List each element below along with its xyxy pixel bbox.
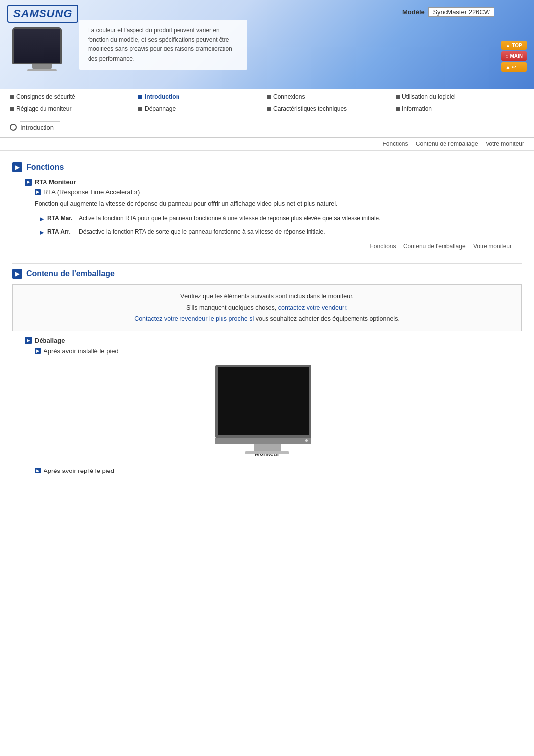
deballage-label: Déballage [35, 337, 65, 344]
nav-item-reglage[interactable]: Réglage du moniteur [10, 104, 138, 114]
info-line3-post: vous souhaitez acheter des équipements o… [254, 315, 400, 322]
fonctions-section-icon: ▶ [12, 162, 22, 172]
rta-moniteur-icon: ▶ [25, 179, 32, 186]
nav-bullet-depannage [138, 107, 142, 111]
link-fonctions-mid[interactable]: Fonctions [370, 243, 396, 250]
monitor-screen-shape [12, 27, 62, 64]
apres-replie-label: Après avoir replié le pied [44, 467, 114, 474]
back-arrow-icon: ▲ [505, 64, 510, 70]
nav-label-introduction: Introduction [145, 94, 179, 100]
link-fonctions[interactable]: Fonctions [383, 141, 408, 147]
page-header: SAMSUNG Modèle SyncMaster 226CW La coule… [0, 0, 534, 89]
nav-bullet-logiciel [396, 95, 400, 99]
nav-bullet-caracteristiques [267, 107, 271, 111]
monitor-stand-shape [32, 64, 52, 69]
nav-item-logiciel[interactable]: Utilisation du logiciel [396, 92, 524, 102]
rta-desc-text: Fonction qui augmente la vitesse de répo… [35, 200, 337, 207]
bullet-arrow-icon-2: ▶ [40, 228, 44, 236]
nav-bullet-introduction [138, 95, 142, 99]
page-links-top: Fonctions Contenu de l'emballage Votre m… [0, 138, 534, 151]
nav-label-information: Information [402, 105, 432, 112]
info-line3: Contactez votre revendeur le plus proche… [23, 313, 511, 325]
deballage-item: ▶ Déballage [25, 337, 522, 344]
monitor-screen [215, 365, 312, 438]
apres-pied-item: ▶ Après avoir installé le pied [35, 347, 522, 355]
navigation-bar: Consignes de sécurité Introduction Conne… [0, 89, 534, 117]
header-buttons: ▲ TOP ⌂ MAIN ▲ ↩ [501, 41, 527, 72]
fonctions-section: ▶ Fonctions ▶ RTA Moniteur ▶ RTA (Respon… [12, 162, 522, 236]
samsung-logo: SAMSUNG [7, 5, 78, 23]
nav-item-information[interactable]: Information [396, 104, 524, 114]
rta-accelerator-label: RTA (Response Time Accelerator) [44, 189, 140, 196]
rta-arr-bullet: ▶ RTA Arr. Désactive la fonction RTA de … [40, 227, 522, 236]
contenu-heading: Contenu de l'emballage [26, 269, 115, 278]
hero-text-box: La couleur et l'aspect du produit peuven… [79, 20, 247, 70]
deballage-icon: ▶ [25, 337, 32, 344]
info-box: Vérifiez que les éléments suivants sont … [12, 284, 522, 331]
monitor-power-dot [305, 439, 308, 442]
link-contenu-mid[interactable]: Contenu de l'emballage [403, 243, 466, 250]
rta-description: Fonction qui augmente la vitesse de répo… [35, 199, 522, 209]
nav-label-consignes: Consignes de sécurité [16, 94, 75, 100]
apres-pied-icon: ▶ [35, 348, 41, 354]
page-links-middle: Fonctions Contenu de l'emballage Votre m… [12, 240, 522, 253]
back-button[interactable]: ▲ ↩ [501, 62, 527, 72]
nav-item-connexions[interactable]: Connexions [267, 92, 396, 102]
rta-mar-bullet: ▶ RTA Mar. Active la fonction RTA pour q… [40, 214, 522, 223]
rta-mar-label: RTA Mar. [47, 214, 75, 223]
link-votre-moniteur-mid[interactable]: Votre moniteur [473, 243, 512, 250]
rta-arr-label: RTA Arr. [47, 227, 75, 236]
apres-replie-icon: ▶ [35, 468, 41, 473]
model-info: Modèle SyncMaster 226CW [402, 7, 494, 17]
link-contenu[interactable]: Contenu de l'emballage [416, 141, 478, 147]
nav-item-introduction[interactable]: Introduction [138, 92, 267, 102]
rta-mar-desc: Active la fonction RTA pour que le panne… [79, 214, 381, 223]
main-button-label: MAIN [510, 53, 523, 59]
rta-accelerator-icon: ▶ [35, 189, 41, 195]
monitor-image-container: Moniteur [12, 365, 522, 457]
header-monitor-illustration [12, 27, 72, 74]
main-content: ▶ Fonctions ▶ RTA Moniteur ▶ RTA (Respon… [0, 151, 534, 490]
model-label: Modèle [402, 8, 425, 16]
nav-item-depannage[interactable]: Dépannage [138, 104, 267, 114]
contenu-title-row: ▶ Contenu de l'emballage [12, 269, 522, 279]
link-votre-moniteur[interactable]: Votre moniteur [486, 141, 524, 147]
breadcrumb-tab[interactable]: Introduction [20, 121, 60, 133]
rta-bullets: ▶ RTA Mar. Active la fonction RTA pour q… [40, 214, 522, 236]
back-button-label: ↩ [512, 64, 516, 70]
section-divider-1 [12, 263, 522, 264]
model-value: SyncMaster 226CW [428, 7, 494, 17]
info-line1: Vérifiez que les éléments suivants sont … [23, 291, 511, 302]
nav-bullet-information [396, 107, 400, 111]
nav-label-caracteristiques: Caractéristiques techniques [273, 105, 347, 112]
monitor-neck [254, 444, 281, 451]
nav-bullet-reglage [10, 107, 14, 111]
nav-item-consignes[interactable]: Consignes de sécurité [10, 92, 138, 102]
fonctions-heading: Fonctions [26, 163, 64, 172]
monitor-illustration [215, 365, 319, 446]
fonctions-title-row: ▶ Fonctions [12, 162, 522, 172]
top-button[interactable]: ▲ TOP [501, 41, 527, 50]
monitor-foot [245, 451, 289, 454]
tab-circle-icon [10, 124, 17, 131]
nav-bullet-connexions [267, 95, 271, 99]
contenu-section-icon: ▶ [12, 269, 22, 279]
top-arrow-icon: ▲ [505, 43, 510, 48]
nav-label-depannage: Dépannage [145, 105, 176, 112]
info-line2: S'ils manquent quelques choses, contacte… [23, 302, 511, 314]
contenu-section: ▶ Contenu de l'emballage Vérifiez que le… [12, 269, 522, 474]
bullet-arrow-icon-1: ▶ [40, 215, 44, 223]
main-button[interactable]: ⌂ MAIN [501, 51, 527, 61]
link-vendeur[interactable]: contactez votre vendeurr. [278, 304, 348, 311]
nav-item-caracteristiques[interactable]: Caractéristiques techniques [267, 104, 396, 114]
nav-label-connexions: Connexions [273, 94, 305, 100]
link-revendeur[interactable]: Contactez votre revendeur le plus proche… [134, 315, 254, 322]
info-line2-pre: S'ils manquent quelques choses, [186, 304, 278, 311]
nav-label-logiciel: Utilisation du logiciel [402, 94, 456, 100]
tab-area: Introduction [0, 117, 534, 138]
nav-bullet-consignes [10, 95, 14, 99]
rta-moniteur-item: ▶ RTA Moniteur [25, 178, 522, 186]
top-button-label: TOP [512, 43, 522, 48]
monitor-base-shape [27, 69, 57, 71]
nav-label-reglage: Réglage du moniteur [16, 105, 71, 112]
